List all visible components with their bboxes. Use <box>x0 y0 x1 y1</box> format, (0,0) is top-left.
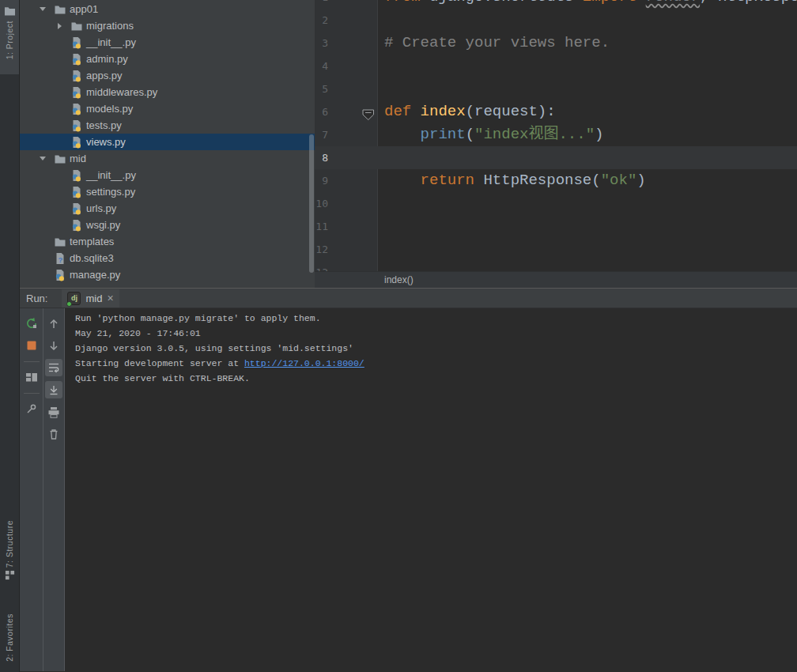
collapse-toggle-icon[interactable] <box>37 157 48 160</box>
tree-item-label: templates <box>70 236 114 247</box>
tree-item-views-py[interactable]: views.py <box>20 134 315 150</box>
line-number[interactable]: 10 <box>315 192 328 215</box>
django-icon-text: dj <box>71 294 77 302</box>
print-icon[interactable] <box>45 403 62 421</box>
code-token: # Create your views here. <box>384 34 610 51</box>
pin-icon[interactable] <box>23 400 40 417</box>
python-file-icon <box>70 186 83 198</box>
fold-region-icon[interactable] <box>362 106 375 129</box>
tree-item-init-py[interactable]: __init__.py <box>20 34 315 51</box>
code-token: "ok" <box>601 172 637 189</box>
code-line-8[interactable]: 8 <box>315 146 797 169</box>
line-number[interactable]: 3 <box>315 32 328 55</box>
code-line-5[interactable]: 5 <box>315 77 797 100</box>
tree-item-migrations[interactable]: migrations <box>20 17 315 34</box>
line-number[interactable]: 1 <box>315 0 328 9</box>
line-number[interactable]: 6 <box>315 100 328 123</box>
line-number[interactable]: 7 <box>315 123 328 146</box>
line-number[interactable]: 5 <box>315 77 328 100</box>
code-line-12[interactable]: 12 <box>315 238 797 261</box>
tree-item-label: models.py <box>86 103 133 115</box>
tree-item-wsgi-py[interactable]: wsgi.py <box>20 217 315 233</box>
scroll-to-end-icon[interactable] <box>45 381 62 398</box>
tree-item-app01[interactable]: app01 <box>20 1 315 17</box>
tree-item-admin-py[interactable]: admin.py <box>20 51 315 67</box>
folder-icon <box>54 3 66 16</box>
tree-item-label: urls.py <box>86 202 116 214</box>
console-line: Django version 3.0.5, using settings 'mi… <box>75 341 797 356</box>
tree-item-label: settings.py <box>86 186 135 198</box>
tree-item-models-py[interactable]: models.py <box>20 100 315 117</box>
run-header: Run: dj mid × <box>20 288 797 308</box>
line-number[interactable]: 9 <box>315 169 328 192</box>
up-arrow-icon[interactable] <box>45 315 62 332</box>
tree-item-tests-py[interactable]: tests.py <box>20 117 315 134</box>
code-line-10[interactable]: 10 <box>315 192 797 215</box>
code-line-9[interactable]: 9 return HttpResponse("ok") <box>315 169 797 192</box>
tab-close-icon[interactable]: × <box>107 293 113 304</box>
server-url-link[interactable]: http://127.0.0.1:8000/ <box>244 358 365 368</box>
code-line-3[interactable]: 3# Create your views here. <box>315 32 797 55</box>
run-tool-window: Run: dj mid × Run 'python manage.py migr… <box>20 288 797 672</box>
run-toolbar-console <box>43 308 65 671</box>
soft-wrap-icon[interactable] <box>45 359 62 376</box>
clear-console-icon[interactable] <box>45 425 62 443</box>
tree-item-init-py[interactable]: __init__.py <box>20 167 315 183</box>
run-tab-mid[interactable]: dj mid × <box>62 289 119 308</box>
line-number[interactable]: 12 <box>315 238 328 261</box>
restore-layout-icon[interactable] <box>23 368 40 386</box>
tree-item-apps-py[interactable]: apps.py <box>20 67 315 84</box>
line-number[interactable]: 8 <box>315 146 328 169</box>
console-output[interactable]: Run 'python manage.py migrate' to apply … <box>65 308 797 671</box>
tree-item-middlewares-py[interactable]: middlewares.py <box>20 84 315 100</box>
tree-item-label: apps.py <box>86 70 123 81</box>
python-file-icon <box>70 36 83 49</box>
console-line: Run 'python manage.py migrate' to apply … <box>75 311 797 326</box>
run-body: Run 'python manage.py migrate' to apply … <box>20 308 797 671</box>
line-number[interactable]: 2 <box>315 9 328 32</box>
python-file-icon <box>70 202 83 215</box>
rerun-icon[interactable] <box>23 315 40 332</box>
toolbar-divider <box>24 361 40 362</box>
code-line-2[interactable]: 2 <box>315 9 797 32</box>
code-line-1[interactable]: 1from django.shortcuts import render, Ht… <box>315 0 797 9</box>
python-file-icon <box>70 136 83 149</box>
stripe-project-label: 1: Project <box>5 21 14 59</box>
code-line-4[interactable]: 4 <box>315 55 797 77</box>
breadcrumb-context[interactable]: index() <box>384 274 414 285</box>
tree-item-templates[interactable]: templates <box>20 233 315 250</box>
line-number[interactable]: 4 <box>315 55 328 77</box>
tree-scrollbar[interactable] <box>309 134 314 273</box>
tree-item-manage-py[interactable]: manage.py <box>20 266 315 283</box>
console-text: Run 'python manage.py migrate' to apply … <box>75 313 321 323</box>
tree-item-settings-py[interactable]: settings.py <box>20 183 315 200</box>
console-text: Django version 3.0.5, using settings 'mi… <box>75 343 353 353</box>
down-arrow-icon[interactable] <box>45 337 62 354</box>
tree-item-label: __init__.py <box>86 169 136 181</box>
run-toolbar-main <box>20 308 43 671</box>
stripe-structure-button[interactable]: 7: Structure <box>0 520 19 610</box>
code-token <box>384 172 421 189</box>
code-token: import <box>583 0 646 6</box>
expand-toggle-icon[interactable] <box>54 23 65 29</box>
stripe-project-button[interactable]: 1: Project <box>0 0 19 74</box>
svg-text:?: ? <box>58 255 62 263</box>
tree-item-label: migrations <box>86 20 134 32</box>
code-line-11[interactable]: 11 <box>315 215 797 238</box>
code-editor[interactable]: 1from django.shortcuts import render, Ht… <box>315 0 797 288</box>
stripe-favorites-button[interactable]: 2: Favorites <box>0 613 19 672</box>
collapse-toggle-icon[interactable] <box>37 7 48 11</box>
tree-item-urls-py[interactable]: urls.py <box>20 200 315 217</box>
tree-item-db-sqlite3[interactable]: ?db.sqlite3 <box>20 250 315 266</box>
code-line-6[interactable]: 6def index(request): <box>315 100 797 123</box>
code-token: , HttpResponse <box>700 0 797 6</box>
console-text: Quit the server with CTRL-BREAK. <box>75 373 250 383</box>
code-line-7[interactable]: 7 print("index视图...") <box>315 123 797 146</box>
tree-item-mid[interactable]: mid <box>20 150 315 167</box>
tree-item-label: tests.py <box>86 119 122 131</box>
code-area[interactable]: 1from django.shortcuts import render, Ht… <box>315 0 797 284</box>
stop-icon[interactable] <box>23 337 40 354</box>
code-token: django.shortcuts <box>429 0 583 6</box>
console-line: Starting development server at http://12… <box>75 356 797 371</box>
line-number[interactable]: 11 <box>315 215 328 238</box>
